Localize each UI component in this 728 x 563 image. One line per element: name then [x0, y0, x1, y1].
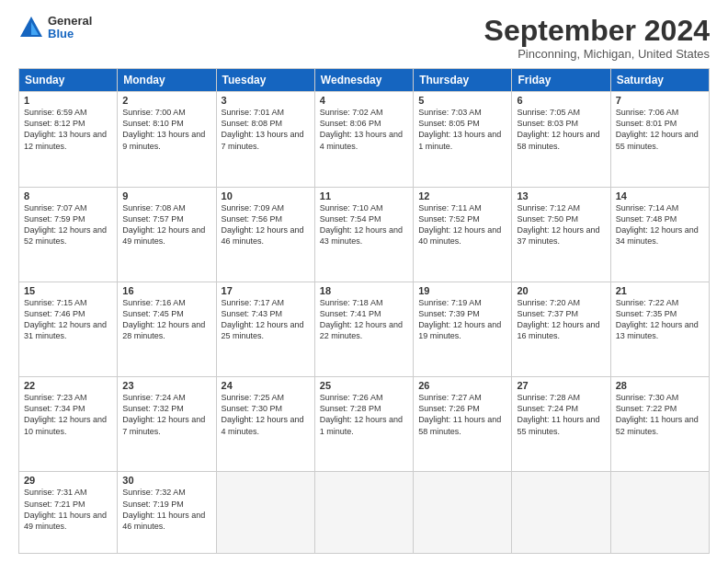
day-number: 28	[616, 380, 704, 391]
sunrise: Sunrise: 7:00 AM	[122, 108, 186, 117]
daylight: Daylight: 13 hours and 9 minutes.	[122, 130, 205, 150]
daylight: Daylight: 12 hours and 25 minutes.	[222, 320, 304, 340]
daylight: Daylight: 11 hours and 52 minutes.	[616, 415, 699, 435]
day-number: 4	[320, 95, 408, 106]
day-info: Sunrise: 7:12 AM Sunset: 7:50 PM Dayligh…	[517, 202, 605, 247]
day-number: 30	[122, 475, 210, 486]
table-row: 2 Sunrise: 7:00 AM Sunset: 8:10 PM Dayli…	[118, 92, 216, 187]
table-row: 1 Sunrise: 6:59 AM Sunset: 8:12 PM Dayli…	[19, 92, 118, 187]
day-info: Sunrise: 7:26 AM Sunset: 7:28 PM Dayligh…	[320, 392, 408, 437]
logo-text: General Blue	[48, 15, 92, 41]
daylight: Daylight: 13 hours and 7 minutes.	[222, 130, 304, 150]
day-info: Sunrise: 7:17 AM Sunset: 7:43 PM Dayligh…	[222, 297, 310, 342]
sunrise: Sunrise: 7:25 AM	[222, 393, 285, 402]
sunrise: Sunrise: 7:19 AM	[418, 298, 482, 307]
table-row: 17 Sunrise: 7:17 AM Sunset: 7:43 PM Dayl…	[216, 282, 314, 376]
table-row: 27 Sunrise: 7:28 AM Sunset: 7:24 PM Dayl…	[512, 377, 610, 472]
daylight: Daylight: 12 hours and 58 minutes.	[517, 130, 599, 150]
sunset: Sunset: 8:03 PM	[517, 119, 578, 128]
table-row	[610, 472, 709, 554]
table-row: 26 Sunrise: 7:27 AM Sunset: 7:26 PM Dayl…	[414, 377, 512, 472]
sunset: Sunset: 7:24 PM	[517, 404, 578, 413]
day-number: 12	[418, 190, 506, 201]
col-wednesday: Wednesday	[314, 69, 413, 92]
day-number: 15	[24, 285, 112, 296]
daylight: Daylight: 12 hours and 49 minutes.	[122, 225, 205, 246]
page: General Blue September 2024 Pinconning, …	[0, 0, 728, 563]
sunrise: Sunrise: 7:16 AM	[122, 298, 186, 307]
table-row: 18 Sunrise: 7:18 AM Sunset: 7:41 PM Dayl…	[314, 282, 413, 376]
daylight: Daylight: 12 hours and 28 minutes.	[122, 320, 205, 340]
col-monday: Monday	[118, 69, 216, 92]
daylight: Daylight: 12 hours and 13 minutes.	[616, 320, 699, 340]
table-row: 24 Sunrise: 7:25 AM Sunset: 7:30 PM Dayl…	[216, 377, 314, 472]
sunrise: Sunrise: 7:03 AM	[418, 108, 482, 117]
day-info: Sunrise: 7:15 AM Sunset: 7:46 PM Dayligh…	[24, 297, 112, 342]
daylight: Daylight: 12 hours and 34 minutes.	[616, 225, 699, 246]
sunrise: Sunrise: 7:05 AM	[517, 108, 580, 117]
daylight: Daylight: 12 hours and 1 minute.	[320, 415, 403, 435]
col-tuesday: Tuesday	[216, 69, 314, 92]
sunset: Sunset: 8:10 PM	[122, 119, 184, 128]
day-info: Sunrise: 7:00 AM Sunset: 8:10 PM Dayligh…	[122, 107, 210, 152]
sunset: Sunset: 8:06 PM	[320, 119, 381, 128]
day-info: Sunrise: 7:31 AM Sunset: 7:21 PM Dayligh…	[24, 487, 112, 532]
day-number: 10	[222, 190, 310, 201]
sunset: Sunset: 8:05 PM	[418, 119, 480, 128]
sunrise: Sunrise: 6:59 AM	[24, 108, 87, 117]
day-info: Sunrise: 7:30 AM Sunset: 7:22 PM Dayligh…	[616, 392, 704, 437]
daylight: Daylight: 12 hours and 43 minutes.	[320, 225, 403, 246]
table-row: 23 Sunrise: 7:24 AM Sunset: 7:32 PM Dayl…	[118, 377, 216, 472]
day-number: 8	[24, 190, 112, 201]
sunset: Sunset: 7:52 PM	[418, 214, 480, 224]
sunrise: Sunrise: 7:18 AM	[320, 298, 383, 307]
sunset: Sunset: 7:30 PM	[222, 404, 283, 413]
sunset: Sunset: 7:39 PM	[418, 309, 480, 318]
sunset: Sunset: 7:54 PM	[320, 214, 381, 224]
day-info: Sunrise: 7:10 AM Sunset: 7:54 PM Dayligh…	[320, 202, 408, 247]
sunset: Sunset: 7:56 PM	[222, 214, 283, 224]
day-number: 11	[320, 190, 408, 201]
day-number: 18	[320, 285, 408, 296]
col-saturday: Saturday	[610, 69, 709, 92]
table-row: 25 Sunrise: 7:26 AM Sunset: 7:28 PM Dayl…	[314, 377, 413, 472]
day-info: Sunrise: 7:14 AM Sunset: 7:48 PM Dayligh…	[616, 202, 704, 247]
day-info: Sunrise: 7:11 AM Sunset: 7:52 PM Dayligh…	[418, 202, 506, 247]
table-row: 6 Sunrise: 7:05 AM Sunset: 8:03 PM Dayli…	[512, 92, 610, 187]
table-row: 21 Sunrise: 7:22 AM Sunset: 7:35 PM Dayl…	[610, 282, 709, 376]
day-info: Sunrise: 7:20 AM Sunset: 7:37 PM Dayligh…	[517, 297, 605, 342]
sunset: Sunset: 7:57 PM	[122, 214, 184, 224]
day-info: Sunrise: 7:25 AM Sunset: 7:30 PM Dayligh…	[222, 392, 310, 437]
table-row: 12 Sunrise: 7:11 AM Sunset: 7:52 PM Dayl…	[414, 187, 512, 282]
day-info: Sunrise: 7:06 AM Sunset: 8:01 PM Dayligh…	[616, 107, 704, 152]
table-row: 4 Sunrise: 7:02 AM Sunset: 8:06 PM Dayli…	[314, 92, 413, 187]
day-number: 7	[616, 95, 704, 106]
table-row: 20 Sunrise: 7:20 AM Sunset: 7:37 PM Dayl…	[512, 282, 610, 376]
day-info: Sunrise: 7:22 AM Sunset: 7:35 PM Dayligh…	[616, 297, 704, 342]
calendar: Sunday Monday Tuesday Wednesday Thursday…	[18, 68, 710, 554]
daylight: Daylight: 12 hours and 7 minutes.	[122, 415, 205, 435]
table-row: 11 Sunrise: 7:10 AM Sunset: 7:54 PM Dayl…	[314, 187, 413, 282]
day-info: Sunrise: 7:03 AM Sunset: 8:05 PM Dayligh…	[418, 107, 506, 152]
day-info: Sunrise: 7:09 AM Sunset: 7:56 PM Dayligh…	[222, 202, 310, 247]
day-number: 17	[222, 285, 310, 296]
table-row: 8 Sunrise: 7:07 AM Sunset: 7:59 PM Dayli…	[19, 187, 118, 282]
sunset: Sunset: 8:01 PM	[616, 119, 677, 128]
day-number: 14	[616, 190, 704, 201]
weekday-row: Sunday Monday Tuesday Wednesday Thursday…	[19, 69, 710, 92]
sunrise: Sunrise: 7:08 AM	[122, 203, 186, 213]
daylight: Daylight: 12 hours and 40 minutes.	[418, 225, 501, 246]
day-info: Sunrise: 7:16 AM Sunset: 7:45 PM Dayligh…	[122, 297, 210, 342]
table-row: 28 Sunrise: 7:30 AM Sunset: 7:22 PM Dayl…	[610, 377, 709, 472]
logo-blue: Blue	[48, 28, 92, 40]
table-row: 15 Sunrise: 7:15 AM Sunset: 7:46 PM Dayl…	[19, 282, 118, 376]
day-number: 25	[320, 380, 408, 391]
daylight: Daylight: 13 hours and 1 minute.	[418, 130, 501, 150]
sunset: Sunset: 7:41 PM	[320, 309, 381, 318]
table-row: 30 Sunrise: 7:32 AM Sunset: 7:19 PM Dayl…	[118, 472, 216, 554]
sunrise: Sunrise: 7:26 AM	[320, 393, 383, 402]
location: Pinconning, Michigan, United States	[484, 47, 710, 61]
table-row: 9 Sunrise: 7:08 AM Sunset: 7:57 PM Dayli…	[118, 187, 216, 282]
daylight: Daylight: 12 hours and 31 minutes.	[24, 320, 107, 340]
title-section: September 2024 Pinconning, Michigan, Uni…	[484, 15, 710, 61]
